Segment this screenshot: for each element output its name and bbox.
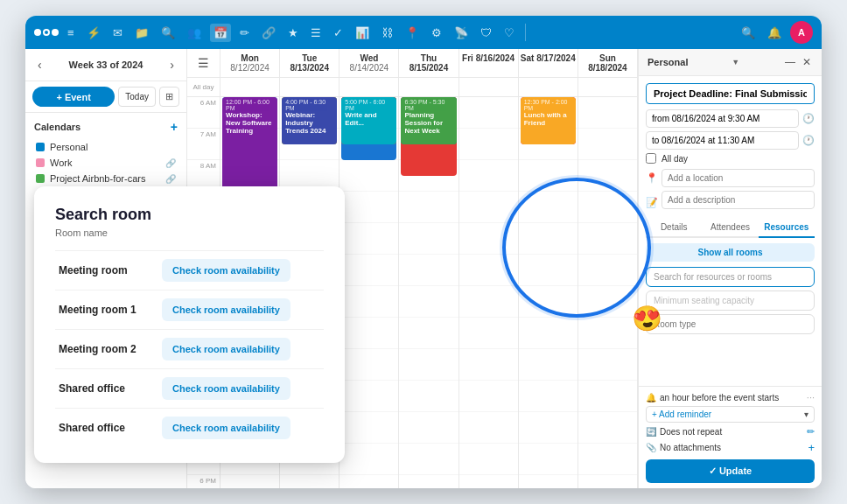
toolbar-check-icon[interactable]: ✓: [330, 24, 346, 42]
time-6am: 6 AM: [187, 97, 220, 129]
panel-footer: 🔔 an hour before the event starts ··· + …: [639, 386, 822, 488]
tab-details[interactable]: Details: [646, 218, 702, 238]
repeat-edit-icon[interactable]: ✏: [807, 426, 815, 438]
toolbar-mail-icon[interactable]: ✉: [109, 24, 126, 42]
toolbar-link-icon[interactable]: 🔗: [258, 24, 279, 42]
calendar-item-airbnb[interactable]: Project Airbnb-for-cars 🔗: [34, 171, 178, 186]
from-clock-icon: 🕐: [802, 113, 815, 124]
toolbar-star-icon[interactable]: ★: [284, 24, 302, 42]
toolbar-contacts-icon[interactable]: 👥: [184, 24, 205, 42]
attachments-label: No attachments: [660, 443, 721, 452]
all-day-row: All day: [187, 78, 638, 97]
update-button[interactable]: ✓ Update: [646, 459, 815, 483]
room-avail-4: Check room availability: [158, 369, 324, 409]
grid-view-button[interactable]: ⊞: [159, 87, 179, 107]
show-all-rooms-button[interactable]: Show all rooms: [646, 243, 815, 262]
time-6pm: 6 PM: [187, 475, 220, 488]
reminder-row: 🔔 an hour before the event starts ···: [646, 392, 815, 402]
prev-week-arrow[interactable]: ‹: [34, 56, 46, 74]
day-col-fri: [459, 97, 519, 488]
toolbar-location-icon[interactable]: 📍: [402, 24, 423, 42]
room-row-4: Shared office Check room availability: [55, 369, 324, 409]
right-panel: Personal ▼ — ✕ 🕐 🕐 Al: [638, 49, 822, 488]
room-name-5: Shared office: [55, 409, 158, 448]
room-row-3: Meeting room 2 Check room availability: [55, 330, 324, 369]
day-header-mon: Mon 8/12/2024: [220, 49, 280, 77]
capacity-input[interactable]: [646, 290, 815, 311]
all-day-thu: [399, 78, 458, 96]
next-week-arrow[interactable]: ›: [166, 56, 178, 74]
toolbar-global-search-icon[interactable]: 🔍: [738, 24, 759, 42]
panel-close-button[interactable]: ✕: [801, 54, 813, 70]
panel-minimize-button[interactable]: —: [783, 54, 797, 70]
panel-calendar-dropdown[interactable]: ▼: [732, 58, 739, 66]
room-avail-1: Check room availability: [158, 251, 324, 290]
calendar-menu-icon[interactable]: ☰: [187, 49, 220, 77]
calendar-item-work[interactable]: Work 🔗: [34, 155, 178, 171]
new-event-button[interactable]: + Event: [32, 87, 115, 107]
reminder-label: an hour before the event starts: [660, 393, 779, 402]
week-label: Week 33 of 2024: [69, 60, 144, 70]
check-availability-btn-2[interactable]: Check room availability: [162, 298, 290, 321]
toolbar-edit-icon[interactable]: ✏: [236, 24, 253, 42]
airbnb-color-dot: [36, 174, 45, 183]
all-day-sun: [578, 78, 638, 96]
today-button[interactable]: Today: [118, 87, 156, 107]
toolbar-list-icon[interactable]: ☰: [307, 24, 325, 42]
event-planning[interactable]: 6:30 PM - 5:30 PM Planning Session for N…: [401, 97, 456, 144]
event-title-input[interactable]: [646, 83, 815, 104]
logo-circle-3: [52, 29, 59, 36]
event-webinar[interactable]: 4:00 PM - 6:30 PM Webinar: Industry Tren…: [282, 97, 337, 144]
toolbar-chain-icon[interactable]: ⛓: [378, 24, 396, 42]
check-availability-btn-4[interactable]: Check room availability: [162, 377, 290, 400]
location-input[interactable]: [662, 169, 815, 187]
user-avatar[interactable]: A: [790, 21, 813, 44]
room-avail-5: Check room availability: [158, 409, 324, 448]
popup-title: Search room: [55, 206, 324, 224]
toolbar-search-icon[interactable]: 🔍: [158, 24, 178, 42]
description-input[interactable]: [662, 191, 815, 209]
room-row-2: Meeting room 1 Check room availability: [55, 290, 324, 330]
room-name-4: Shared office: [55, 369, 158, 409]
event-lunch-friend[interactable]: 12:30 PM - 2:00 PM Lunch with a Friend: [521, 97, 576, 144]
day-header-tue: Tue 8/13/2024: [280, 49, 340, 77]
add-reminder-button[interactable]: + Add reminder ▾: [646, 406, 815, 423]
room-row-5: Shared office Check room availability: [55, 409, 324, 448]
resource-search-input[interactable]: [646, 267, 815, 287]
repeat-label: Does not repeat: [660, 427, 722, 437]
check-availability-btn-3[interactable]: Check room availability: [162, 338, 290, 360]
to-time-input[interactable]: [646, 131, 799, 150]
calendar-item-personal[interactable]: Personal: [34, 139, 178, 155]
all-day-sat: [519, 78, 578, 96]
tab-attendees[interactable]: Attendees: [702, 218, 758, 238]
event-workshop[interactable]: 12:00 PM - 6:00 PM Workshop: New Softwar…: [222, 97, 277, 192]
toolbar-chart-icon[interactable]: 📊: [352, 24, 373, 42]
check-availability-btn-1[interactable]: Check room availability: [162, 259, 290, 282]
toolbar-menu-icon[interactable]: ≡: [64, 24, 78, 42]
from-time-input[interactable]: [646, 109, 799, 128]
toolbar-lightning-icon[interactable]: ⚡: [83, 24, 104, 42]
room-type-input[interactable]: [646, 314, 815, 334]
toolbar-heart-icon[interactable]: ♡: [500, 24, 518, 42]
allday-checkbox[interactable]: [646, 153, 656, 164]
reminder-bell-icon: 🔔: [646, 393, 656, 402]
toolbar-bell-icon[interactable]: 🔔: [764, 24, 785, 42]
event-write-edit[interactable]: 5:00 PM - 6:00 PM Write and Edit...: [341, 97, 396, 144]
check-availability-btn-5[interactable]: Check room availability: [162, 416, 290, 439]
toolbar-broadcast-icon[interactable]: 📡: [451, 24, 472, 42]
reminder-more-icon[interactable]: ···: [807, 392, 815, 402]
mon-slot-6b[interactable]: [220, 475, 279, 488]
from-time-row: 🕐: [646, 109, 815, 128]
add-calendar-button[interactable]: +: [171, 120, 178, 134]
room-avail-2: Check room availability: [158, 290, 324, 330]
toolbar-folder-icon[interactable]: 📁: [131, 24, 152, 42]
toolbar-shield-icon[interactable]: 🛡: [477, 24, 495, 42]
add-attachment-icon[interactable]: +: [808, 441, 815, 454]
logo-circle-2: [43, 29, 50, 36]
time-7am: 7 AM: [187, 129, 220, 160]
desc-icon: 📝: [646, 197, 658, 208]
tab-resources[interactable]: Resources: [759, 218, 815, 238]
toolbar-gear-icon[interactable]: ⚙: [428, 24, 445, 42]
toolbar-calendar-icon[interactable]: 📅: [210, 24, 231, 42]
reminder-chevron-icon: ▾: [804, 410, 808, 419]
